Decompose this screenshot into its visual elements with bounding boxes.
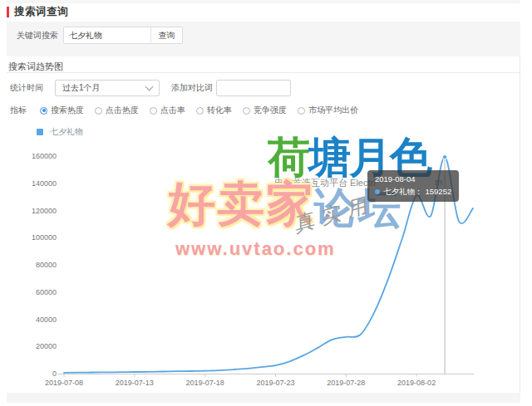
x-axis-label: 2019-07-13	[105, 379, 165, 387]
stat-time-value: 过去1个月	[56, 82, 146, 94]
x-axis-label: 2019-08-02	[387, 379, 446, 387]
tooltip-value: 159252	[426, 186, 452, 198]
x-axis-label: 2019-07-28	[316, 379, 376, 387]
page-title: 搜索词查询	[14, 5, 68, 19]
y-axis-label: 20000	[7, 342, 57, 350]
tooltip-separator: ：	[415, 186, 423, 198]
top-divider	[7, 0, 520, 3]
radio-icon	[150, 107, 157, 115]
radio-icon	[95, 107, 102, 115]
metric-radio-label: 市场平均出价	[308, 105, 358, 116]
radio-icon	[196, 107, 204, 115]
tooltip-series-row: 七夕礼物 ： 159252	[375, 186, 451, 198]
legend-label: 七夕礼物	[50, 126, 83, 138]
y-axis-label: 40000	[7, 316, 57, 324]
stat-time-label: 统计时间	[10, 82, 43, 94]
metric-radio-group: 搜索热度点击热度点击率转化率竞争强度市场平均出价	[40, 105, 369, 116]
keyword-input-group: 查询	[63, 27, 183, 44]
compare-word-label: 添加对比词	[171, 82, 213, 94]
tooltip-date: 2019-08-04	[375, 174, 451, 184]
series-marker-icon	[375, 189, 380, 194]
y-axis-label: 120000	[7, 207, 57, 215]
title-accent-bar	[7, 7, 9, 17]
radio-icon	[298, 107, 305, 115]
keyword-input[interactable]	[64, 27, 150, 43]
stat-time-select[interactable]: 过去1个月	[55, 80, 160, 96]
keyword-search-label: 关键词搜索	[17, 30, 58, 42]
y-axis-label: 80000	[7, 261, 57, 269]
metric-radio-1[interactable]: 搜索热度	[40, 105, 84, 116]
metric-label: 指标	[10, 105, 27, 116]
chart-legend[interactable]: 七夕礼物	[37, 126, 83, 138]
y-axis-label: 60000	[7, 288, 57, 296]
search-term-query-page: 搜索词查询 关键词搜索 查询 搜索词趋势图 统计时间 过去1个月 添加对比词 指…	[0, 0, 532, 406]
x-axis-label: 2019-07-08	[34, 379, 94, 387]
metric-row: 指标 搜索热度点击热度点击率转化率竞争强度市场平均出价	[10, 105, 369, 116]
watermark-seller: 好卖家	[168, 173, 315, 237]
bottom-strip	[7, 393, 520, 403]
x-axis-label: 2019-07-23	[245, 379, 305, 387]
y-axis-label: 140000	[7, 179, 57, 188]
metric-radio-2[interactable]: 点击热度	[95, 105, 139, 116]
trend-section-title: 搜索词趋势图	[8, 61, 63, 73]
metric-radio-5[interactable]: 竞争强度	[243, 105, 287, 116]
chevron-down-icon	[145, 83, 154, 91]
page-header: 搜索词查询	[7, 5, 68, 18]
tooltip-series-name: 七夕礼物	[383, 186, 415, 198]
radio-selected-icon	[40, 107, 47, 115]
metric-radio-4[interactable]: 转化率	[196, 105, 232, 116]
query-button[interactable]: 查询	[150, 27, 182, 43]
chart-controls: 统计时间 过去1个月 添加对比词	[10, 80, 291, 96]
metric-radio-label: 点击率	[160, 105, 185, 116]
watermark-url: www.uvtao.com	[175, 238, 336, 260]
compare-word-input[interactable]	[216, 80, 291, 96]
x-axis-label: 2019-07-18	[175, 379, 235, 387]
metric-radio-3[interactable]: 点击率	[150, 105, 185, 116]
radio-icon	[243, 107, 250, 115]
y-axis-label: 100000	[7, 233, 57, 242]
y-axis-label: 160000	[7, 152, 57, 160]
metric-radio-6[interactable]: 市场平均出价	[298, 105, 358, 116]
metric-radio-label: 竞争强度	[254, 105, 287, 116]
y-axis-label: 0	[7, 369, 57, 378]
section-divider	[7, 72, 520, 73]
metric-radio-label: 点击热度	[106, 105, 139, 116]
keyword-search-row: 关键词搜索 查询	[17, 27, 183, 44]
legend-swatch-icon	[37, 129, 43, 135]
chart-tooltip: 2019-08-04 七夕礼物 ： 159252	[367, 170, 459, 202]
metric-radio-label: 搜索热度	[51, 105, 84, 116]
metric-radio-label: 转化率	[207, 105, 232, 116]
